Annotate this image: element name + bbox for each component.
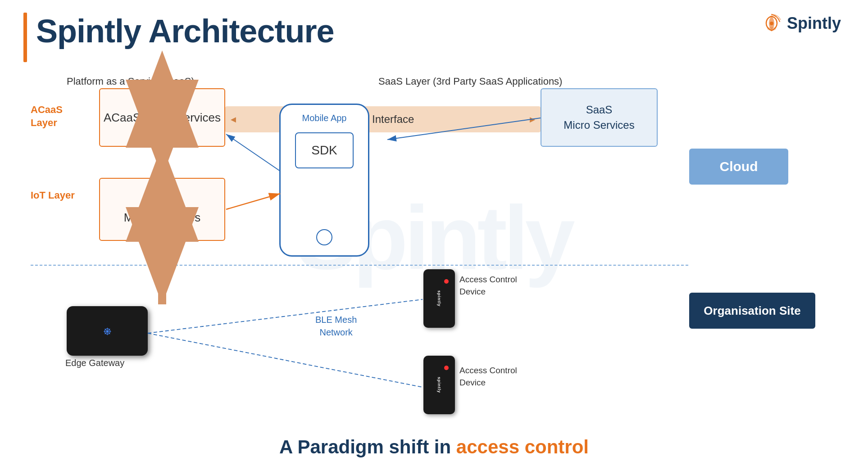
divider-line	[31, 265, 688, 266]
cloud-box-text: Cloud	[720, 159, 758, 174]
iot-box-text: IOTMicro Services	[124, 193, 200, 226]
mobile-app-label: Mobile App	[302, 113, 347, 123]
page-title: Spintly Architecture	[36, 13, 334, 50]
paas-label: Platform as a Service (PaaS)	[67, 76, 195, 87]
acd1-label: Access ControlDevice	[459, 274, 517, 298]
svg-line-10	[148, 299, 423, 333]
access-control-device-2: spintly	[423, 356, 455, 414]
svg-line-11	[148, 333, 423, 387]
saas-label: SaaS Layer (3rd Party SaaS Applications)	[378, 76, 562, 87]
sdk-label: SDK	[311, 143, 337, 158]
saas-box: SaaSMicro Services	[541, 88, 658, 147]
iot-layer-label: IoT Layer	[31, 189, 75, 202]
access-control-device-1: spintly	[423, 269, 455, 328]
svg-point-1	[770, 22, 773, 25]
acd1-red-light	[444, 279, 449, 284]
sdk-box: SDK	[295, 132, 354, 168]
acd2-label: Access ControlDevice	[459, 365, 517, 389]
left-accent	[23, 13, 27, 62]
acaas-box: ACaaS Micro Services	[99, 88, 225, 147]
org-site-box: Organisation Site	[689, 293, 815, 329]
edge-gateway-label: Edge Gateway	[65, 358, 124, 368]
ble-label: BLE MeshNetwork	[315, 313, 357, 339]
acaas-layer-label: ACaaSLayer	[31, 104, 63, 129]
acd2-red-light	[444, 366, 449, 370]
acaas-box-text: ACaaS Micro Services	[104, 109, 221, 126]
bluetooth-icon: ⎈	[104, 324, 111, 338]
logo-text: Spintly	[787, 14, 841, 33]
edge-gateway-device: ⎈	[67, 306, 148, 356]
spintly-logo-icon	[761, 13, 782, 34]
logo: Spintly	[761, 13, 841, 34]
api-interface-band: API Interface	[225, 106, 541, 132]
acd2-branding: spintly	[437, 377, 441, 393]
cloud-box: Cloud	[689, 149, 788, 185]
mobile-phone: Mobile App SDK	[279, 104, 369, 257]
org-site-box-text: Organisation Site	[704, 304, 800, 318]
saas-label-text: SaaS Layer (3rd Party SaaS Applications)	[378, 76, 562, 87]
iot-box: IOTMicro Services	[99, 178, 225, 241]
paradigm-text-orange: access control	[456, 436, 589, 457]
paradigm-text-blue: A Paradigm shift in	[279, 436, 451, 457]
paradigm-text: A Paradigm shift in access control	[0, 436, 868, 458]
mobile-home-button	[316, 229, 332, 245]
saas-box-text: SaaSMicro Services	[564, 102, 634, 132]
acd1-branding: spintly	[437, 290, 441, 307]
